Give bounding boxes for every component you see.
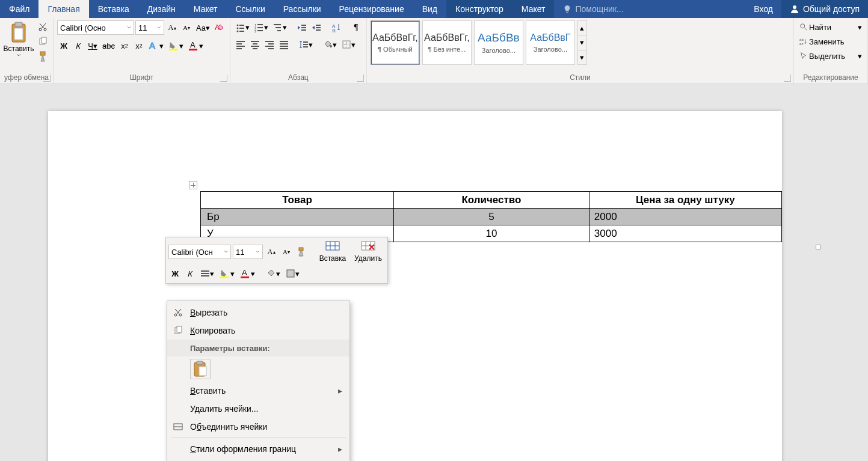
font-dialog-launcher[interactable] <box>220 75 227 82</box>
table-row[interactable]: Бр 5 2000 <box>201 209 782 225</box>
tab-view[interactable]: Вид <box>413 0 446 18</box>
clipboard-dialog-launcher[interactable] <box>43 75 51 82</box>
ctx-cut[interactable]: Вырезать <box>167 304 349 322</box>
grow-font-button[interactable]: A▴ <box>165 21 179 34</box>
styles-gallery[interactable]: АаБбВвГг,¶ Обычный АаБбВвГг,¶ Без инте..… <box>371 20 587 65</box>
style-heading1[interactable]: АаБбВвЗаголово... <box>474 20 523 65</box>
table-resize-handle[interactable] <box>816 245 820 249</box>
mini-align[interactable]: ▾ <box>199 267 216 280</box>
clear-formatting-button[interactable]: A <box>213 21 226 34</box>
paragraph-dialog-launcher[interactable] <box>357 75 364 82</box>
mini-size-combo[interactable] <box>233 245 263 259</box>
style-normal[interactable]: АаБбВвГг,¶ Обычный <box>371 20 420 65</box>
ctx-text-direction[interactable]: A Направление текста... <box>167 458 349 461</box>
cell-price[interactable]: 2000 <box>589 209 781 225</box>
mini-borders[interactable]: ▾ <box>284 267 301 280</box>
tell-me-box[interactable]: Помощник... <box>554 0 745 18</box>
mini-shading[interactable]: ▾ <box>265 267 282 280</box>
sort-button[interactable]: АЯ <box>330 21 343 34</box>
cursor-icon <box>799 52 808 60</box>
superscript-button[interactable]: x2 <box>132 39 146 52</box>
replace-button[interactable]: abac Заменить <box>798 35 864 48</box>
ctx-delete-cells[interactable]: Удалить ячейки... <box>167 400 349 418</box>
multilevel-list-button[interactable]: ▾ <box>271 21 289 34</box>
mini-insert-button[interactable]: Вставка <box>316 240 349 264</box>
increase-indent-button[interactable] <box>310 21 323 34</box>
underline-button[interactable]: Ч▾ <box>86 39 99 52</box>
font-size-combo[interactable] <box>135 20 164 35</box>
mini-delete-button[interactable]: Удалить <box>351 240 385 264</box>
ctx-insert[interactable]: Вставить ▸ <box>167 382 349 400</box>
table-header-row[interactable]: Товар Количество Цена за одну штуку <box>201 192 782 209</box>
numbering-button[interactable]: 123▾ <box>253 21 270 34</box>
justify-button[interactable] <box>277 38 291 51</box>
styles-gallery-scroll[interactable]: ▴▾▾ <box>577 20 587 65</box>
align-center-button[interactable] <box>248 38 262 51</box>
tab-review[interactable]: Рецензирование <box>330 0 413 18</box>
shrink-font-button[interactable]: A▾ <box>180 21 193 34</box>
text-effects-button[interactable]: A▾ <box>147 38 165 53</box>
document-viewport[interactable]: Товар Количество Цена за одну штуку Бр 5… <box>0 84 868 461</box>
indent-icon <box>312 23 321 32</box>
tab-table-design[interactable]: Конструктор <box>446 0 512 18</box>
align-left-button[interactable] <box>234 38 247 51</box>
tab-insert[interactable]: Вставка <box>89 0 138 18</box>
cell-price[interactable]: 3000 <box>589 225 781 242</box>
mini-bold[interactable]: Ж <box>168 267 182 280</box>
mini-font-color[interactable]: A▾ <box>238 266 257 281</box>
mini-italic[interactable]: К <box>183 267 197 280</box>
decrease-indent-button[interactable] <box>295 21 309 34</box>
mini-grow-font[interactable]: A▴ <box>265 245 278 258</box>
tab-mailings[interactable]: Рассылки <box>274 0 330 18</box>
tab-home[interactable]: Главная <box>38 0 88 18</box>
ctx-border-styles[interactable]: Стили оформления границ ▸ <box>167 440 349 458</box>
style-no-spacing[interactable]: АаБбВвГг,¶ Без инте... <box>422 20 472 65</box>
table-move-handle[interactable] <box>189 181 197 189</box>
tab-layout[interactable]: Макет <box>185 0 227 18</box>
share-button[interactable]: Общий доступ <box>781 0 868 18</box>
ctx-paste-keep-source[interactable] <box>190 359 211 379</box>
sign-in[interactable]: Вход <box>745 0 781 18</box>
subscript-button[interactable]: x2 <box>118 39 131 52</box>
copy-button[interactable] <box>36 35 49 48</box>
change-case-button[interactable]: Aa▾ <box>194 21 212 34</box>
italic-button[interactable]: К <box>72 39 85 52</box>
tab-table-layout[interactable]: Макет <box>512 0 555 18</box>
mini-shrink-font[interactable]: A▾ <box>280 245 293 258</box>
show-marks-button[interactable]: ¶ <box>349 20 363 34</box>
font-name-combo[interactable] <box>57 20 134 35</box>
cell-name[interactable]: Бр <box>201 209 394 225</box>
tab-design[interactable]: Дизайн <box>138 0 185 18</box>
bullets-button[interactable]: ▾ <box>234 21 251 34</box>
mini-highlight[interactable]: ▾ <box>218 266 236 281</box>
style-heading2[interactable]: АаБбВвГЗаголово... <box>526 20 575 65</box>
tab-file[interactable]: Файл <box>0 0 38 18</box>
th-price[interactable]: Цена за одну штуку <box>589 192 781 209</box>
strikethrough-button[interactable]: abc <box>100 39 117 52</box>
mini-format-painter[interactable] <box>295 245 308 258</box>
line-spacing-button[interactable]: ▾ <box>297 38 315 51</box>
page[interactable]: Товар Количество Цена за одну штуку Бр 5… <box>48 111 782 461</box>
align-right-button[interactable] <box>263 38 276 51</box>
highlight-button[interactable]: ▾ <box>167 38 185 53</box>
cell-qty[interactable]: 5 <box>394 209 589 225</box>
th-qty[interactable]: Количество <box>394 192 589 209</box>
document-table[interactable]: Товар Количество Цена за одну штуку Бр 5… <box>200 191 782 242</box>
select-button[interactable]: Выделить▾ <box>798 49 864 63</box>
paste-button[interactable]: Вставить <box>4 20 34 72</box>
mini-font-combo[interactable] <box>168 245 231 259</box>
styles-dialog-launcher[interactable] <box>784 75 791 82</box>
cut-button[interactable] <box>36 20 49 34</box>
font-color-button[interactable]: A▾ <box>186 38 205 53</box>
cell-qty[interactable]: 10 <box>394 225 589 242</box>
format-painter-button[interactable] <box>36 49 49 64</box>
shading-button[interactable]: ▾ <box>321 38 339 51</box>
borders-button[interactable]: ▾ <box>340 38 357 51</box>
tab-references[interactable]: Ссылки <box>226 0 274 18</box>
ctx-copy[interactable]: Копировать <box>167 322 349 340</box>
find-button[interactable]: Найти▾ <box>798 20 864 34</box>
th-product[interactable]: Товар <box>201 192 394 209</box>
bold-button[interactable]: Ж <box>57 39 70 52</box>
ctx-merge-cells[interactable]: Объединить ячейки <box>167 418 349 436</box>
svg-rect-29 <box>301 25 306 26</box>
